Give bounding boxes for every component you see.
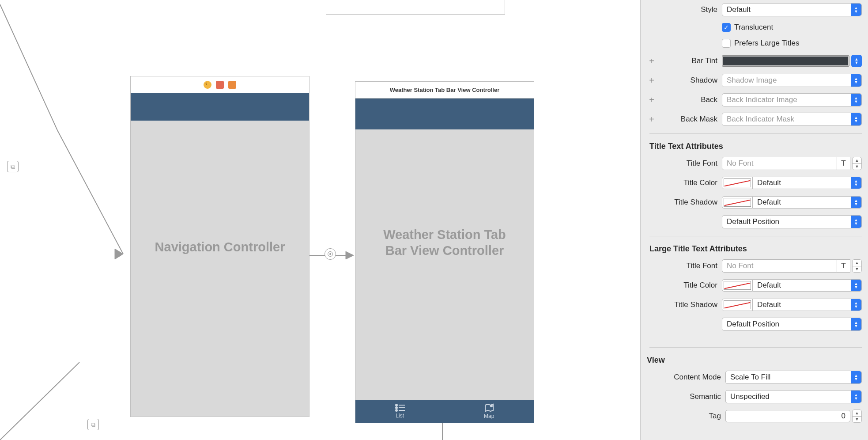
add-variation-button[interactable]: + (644, 76, 659, 86)
label-back: Back (659, 95, 722, 104)
content-mode-select[interactable]: Scale To Fill ▲▼ (725, 371, 862, 384)
chevron-updown-icon: ▲▼ (851, 197, 861, 208)
dock-icon[interactable]: ⧉ (7, 161, 19, 172)
label-content-mode: Content Mode (659, 373, 725, 382)
add-variation-button[interactable]: + (644, 56, 659, 66)
chevron-updown-icon: ▲▼ (851, 113, 861, 125)
chevron-updown-icon: ▲▼ (851, 391, 861, 403)
tab-label: Map (484, 413, 494, 419)
label-title-font: Title Font (659, 159, 722, 168)
chevron-updown-icon: ▲▼ (851, 216, 861, 228)
font-picker-button[interactable]: T (837, 259, 850, 273)
title-shadow-position-value: Default Position (727, 217, 779, 226)
section-large-title-text-attributes: Large Title Text Attributes (641, 238, 868, 256)
section-view: View (641, 349, 868, 368)
segue-line-left (0, 0, 132, 440)
partial-scene (326, 0, 505, 15)
chevron-updown-icon: ▲▼ (851, 94, 861, 106)
list-icon (395, 404, 405, 412)
back-icon (204, 81, 211, 89)
font-picker-button[interactable]: T (837, 157, 850, 170)
exit-icon (228, 81, 236, 89)
large-title-shadow-swatch[interactable] (722, 299, 753, 311)
separator (649, 133, 862, 134)
chevron-updown-icon: ▲▼ (851, 74, 861, 87)
large-title-color-swatch[interactable] (722, 279, 753, 292)
label-style: Style (659, 5, 722, 14)
large-title-shadow-position-select[interactable]: Default Position ▲▼ (722, 318, 862, 331)
tab-item-list[interactable]: List (395, 404, 405, 419)
scene-title-text: Weather Station Tab Bar View Controller (390, 87, 500, 93)
label-bar-tint: Bar Tint (659, 57, 722, 65)
chevron-updown-icon[interactable]: ▲▼ (851, 55, 862, 67)
shadow-image-select[interactable]: Shadow Image ▲▼ (722, 74, 862, 87)
back-mask-select[interactable]: Back Indicator Mask ▲▼ (722, 113, 862, 126)
back-mask-placeholder: Back Indicator Mask (727, 115, 794, 124)
map-icon (484, 403, 494, 412)
separator (649, 236, 862, 236)
tab-bar[interactable]: List Map (355, 400, 534, 423)
large-title-shadow-select[interactable]: Default ▲▼ (753, 299, 862, 311)
navigation-bar[interactable] (131, 93, 309, 121)
svg-point-6 (396, 407, 397, 409)
large-title-font-field[interactable]: No Font (722, 259, 837, 273)
tab-label: List (396, 413, 404, 419)
large-title-color-select[interactable]: Default ▲▼ (753, 279, 862, 292)
tag-value: 0 (842, 412, 845, 421)
scene-placeholder-label: Navigation Controller (131, 239, 309, 255)
separator (649, 347, 862, 348)
translucent-label: Translucent (734, 23, 773, 32)
large-title-shadow-value: Default (757, 300, 781, 309)
title-color-swatch[interactable] (722, 177, 753, 189)
tag-stepper[interactable]: ▲▼ (852, 410, 862, 423)
label-semantic: Semantic (659, 392, 725, 401)
tab-item-map[interactable]: Map (484, 403, 494, 419)
segue-badge[interactable]: ⦿ (325, 248, 336, 260)
storyboard-canvas[interactable]: ⧉ ⧉ ⦿ Navigation Controller Weather Stat… (0, 0, 640, 440)
attributes-inspector[interactable]: Style Default ▲▼ ✓ Translucent Prefers L… (640, 0, 868, 440)
label-large-title-color: Title Color (659, 281, 722, 290)
scene-navigation-controller[interactable]: Navigation Controller (130, 76, 309, 417)
scene-weather-tabbar-vc[interactable]: Weather Station Tab Bar View Controller … (355, 81, 534, 423)
label-large-title-shadow: Title Shadow (659, 300, 722, 309)
scene-titlebar[interactable]: Weather Station Tab Bar View Controller (355, 82, 534, 99)
label-shadow: Shadow (659, 76, 722, 85)
prefers-large-titles-checkbox[interactable] (722, 39, 731, 48)
section-title-text-attributes: Title Text Attributes (641, 136, 868, 154)
chevron-updown-icon: ▲▼ (851, 280, 861, 291)
first-responder-icon (216, 81, 224, 89)
title-shadow-swatch[interactable] (722, 196, 753, 209)
dock-icon[interactable]: ⧉ (87, 419, 99, 430)
svg-point-8 (396, 410, 397, 411)
bar-tint-color-well[interactable] (722, 55, 849, 67)
svg-marker-0 (115, 249, 123, 259)
title-shadow-position-select[interactable]: Default Position ▲▼ (722, 215, 862, 228)
tag-field[interactable]: 0 (725, 410, 850, 422)
chevron-updown-icon: ▲▼ (851, 299, 861, 311)
back-indicator-select[interactable]: Back Indicator Image ▲▼ (722, 93, 862, 106)
scene-titlebar[interactable] (131, 76, 309, 93)
font-size-stepper[interactable]: ▲▼ (852, 157, 862, 170)
prefers-large-titles-label: Prefers Large Titles (734, 39, 799, 48)
add-variation-button[interactable]: + (644, 95, 659, 105)
segue-line-down (442, 423, 443, 440)
translucent-checkbox[interactable]: ✓ (722, 23, 731, 32)
semantic-value: Unspecified (730, 392, 770, 401)
navigation-bar[interactable] (355, 99, 534, 129)
scene-body[interactable]: Navigation Controller (131, 93, 309, 417)
scrollbar-thumb[interactable] (640, 186, 641, 256)
scene-body[interactable]: Weather Station Tab Bar View Controller … (355, 99, 534, 423)
add-variation-button[interactable]: + (644, 114, 659, 125)
title-color-select[interactable]: Default ▲▼ (753, 177, 862, 189)
style-select[interactable]: Default ▲▼ (722, 3, 862, 16)
font-icon: T (841, 159, 845, 168)
font-size-stepper[interactable]: ▲▼ (852, 259, 862, 273)
chevron-updown-icon: ▲▼ (851, 371, 861, 383)
chevron-updown-icon: ▲▼ (851, 177, 861, 189)
semantic-select[interactable]: Unspecified ▲▼ (725, 390, 862, 403)
title-font-field[interactable]: No Font (722, 157, 837, 170)
title-shadow-select[interactable]: Default ▲▼ (753, 196, 862, 209)
large-title-color-value: Default (757, 281, 781, 290)
label-large-title-font: Title Font (659, 262, 722, 270)
shadow-placeholder: Shadow Image (727, 76, 777, 85)
